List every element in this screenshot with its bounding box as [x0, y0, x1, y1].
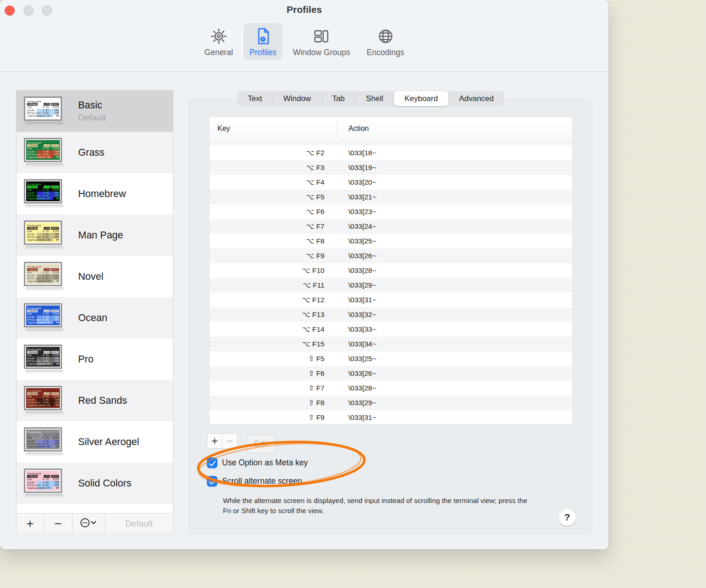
action-cell: \033[19~: [348, 164, 376, 172]
key-bindings-table: Key Action ⌥ F2\033[18~⌥ F3\033[19~⌥ F4\…: [209, 117, 573, 424]
action-cell: \033[25~: [348, 237, 376, 245]
key-binding-row[interactable]: ⌥ F10\033[28~: [210, 263, 572, 278]
help-button[interactable]: ?: [558, 509, 576, 526]
profile-thumbnail: Terminal#COMMAND%CPURPRVTtop4.1%231KXcod…: [24, 469, 66, 498]
scroll-alternate-help-text: While the alternate screen is displayed,…: [223, 496, 535, 515]
key-binding-row[interactable]: ⇧ F9\033[31~: [210, 410, 572, 424]
tab-window[interactable]: Window: [273, 91, 321, 106]
profile-thumbnail: Terminal#COMMAND%CPURPRVTtop4.1%231KXcod…: [24, 262, 66, 291]
key-binding-row[interactable]: ⌥ F8\033[25~: [210, 234, 572, 249]
profile-subtitle: Default: [78, 113, 106, 123]
key-binding-row[interactable]: ⌥ F9\033[26~: [210, 249, 572, 263]
action-cell: \033[26~: [348, 369, 376, 378]
key-binding-row[interactable]: ⇧ F8\033[29~: [210, 396, 572, 410]
profile-thumbnail: Terminal#COMMAND%CPURPRVTtop4.1%231KXcod…: [24, 220, 66, 250]
sidebar-action-bar: + − Default: [17, 513, 173, 534]
key-cell: ⌥ F5: [210, 193, 325, 201]
toolbar-item-window-groups[interactable]: Window Groups: [287, 23, 356, 60]
key-binding-row[interactable]: ⌥ F14\033[33~: [210, 322, 572, 337]
profile-thumbnail: Terminal#COMMAND%CPURPRVTtop4.1%231KXcod…: [24, 303, 66, 333]
tab-text[interactable]: Text: [237, 91, 273, 106]
column-divider: [336, 121, 337, 137]
document-gear-icon: [253, 26, 273, 46]
profile-thumbnail: Terminal#COMMAND%CPURPRVTtop4.1%231KXcod…: [24, 96, 66, 126]
action-cell: \033[20~: [348, 178, 376, 187]
key-binding-row[interactable]: ⇧ F6\033[26~: [210, 366, 572, 381]
toolbar-item-encodings[interactable]: Encodings: [361, 23, 410, 60]
action-cell: \033[23~: [348, 208, 376, 216]
option-scroll-alternate-screen[interactable]: Scroll alternate screen: [207, 476, 302, 486]
globe-icon: [376, 26, 396, 46]
add-profile-button[interactable]: +: [17, 514, 44, 534]
key-binding-row[interactable]: ⌥ F7\033[24~: [210, 219, 572, 234]
remove-profile-button[interactable]: −: [44, 514, 73, 534]
profile-name: Red Sands: [78, 395, 127, 407]
profile-list-item[interactable]: Terminal#COMMAND%CPURPRVTtop4.1%231KXcod…: [17, 173, 173, 215]
profile-name: Novel: [78, 271, 103, 283]
key-binding-row[interactable]: ⌥ F3\033[19~: [210, 160, 572, 175]
profile-list-item[interactable]: Terminal#COMMAND%CPURPRVTtop4.1%231KXcod…: [17, 132, 173, 173]
profile-actions-menu-button[interactable]: [73, 514, 105, 534]
key-binding-row[interactable]: ⇧ F7\033[28~: [210, 381, 572, 396]
action-cell: \033[34~: [348, 340, 376, 348]
key-cell: ⌥ F9: [210, 252, 325, 260]
gear-icon: [209, 26, 229, 46]
tab-tab[interactable]: Tab: [322, 91, 355, 106]
key-binding-row[interactable]: ⌥ F13\033[32~: [210, 307, 572, 322]
edit-key-binding-button[interactable]: Edit: [247, 435, 276, 453]
action-cell: \033[28~: [348, 384, 376, 392]
key-table-body: ⌥ F2\033[18~⌥ F3\033[19~⌥ F4\033[20~⌥ F5…: [210, 146, 572, 424]
key-cell: ⇧ F9: [210, 413, 325, 422]
profile-list-item[interactable]: Terminal#COMMAND%CPURPRVTtop4.1%231KXcod…: [17, 297, 173, 339]
key-cell: ⇧ F7: [210, 384, 325, 392]
toolbar-item-general[interactable]: General: [199, 23, 239, 60]
profile-list: Terminal#COMMAND%CPURPRVTtop4.1%231KXcod…: [17, 90, 173, 504]
key-binding-row[interactable]: ⌥ F12\033[31~: [210, 293, 572, 307]
profile-list-item[interactable]: Terminal#COMMAND%CPURPRVTtop4.1%231KXcod…: [17, 421, 173, 463]
profile-list-item[interactable]: Terminal#COMMAND%CPURPRVTtop4.1%231KXcod…: [17, 463, 173, 504]
tab-shell[interactable]: Shell: [355, 91, 394, 106]
toolbar-label: Encodings: [367, 48, 404, 57]
key-binding-row[interactable]: ⌥ F6\033[23~: [210, 204, 572, 219]
profile-list-item[interactable]: Terminal#COMMAND%CPURPRVTtop4.1%231KXcod…: [17, 215, 173, 256]
key-binding-row[interactable]: ⌥ F11\033[29~: [210, 278, 572, 293]
preferences-window: Profiles General: [0, 0, 609, 549]
checkbox-checked-icon[interactable]: [207, 476, 217, 486]
tab-advanced[interactable]: Advanced: [449, 91, 505, 106]
ellipsis-circle-chevron-icon: [80, 517, 98, 530]
profile-name: Man Page: [78, 230, 123, 241]
action-cell: \033[18~: [348, 149, 376, 157]
checkbox-label: Use Option as Meta key: [222, 458, 308, 468]
action-cell: \033[28~: [348, 266, 376, 275]
key-binding-row[interactable]: ⇧ F5\033[25~: [210, 351, 572, 366]
option-use-option-as-meta[interactable]: Use Option as Meta key: [207, 458, 308, 468]
profile-list-item[interactable]: Terminal#COMMAND%CPURPRVTtop4.1%231KXcod…: [17, 380, 173, 421]
key-binding-row[interactable]: ⌥ F2\033[18~: [210, 146, 572, 160]
toolbar-label: General: [205, 48, 233, 57]
toolbar-item-profiles[interactable]: Profiles: [244, 23, 282, 60]
window-title: Profiles: [0, 4, 609, 15]
action-cell: \033[33~: [348, 325, 376, 334]
profile-name: Grass: [78, 147, 104, 158]
set-default-button[interactable]: Default: [105, 514, 173, 534]
key-binding-row[interactable]: ⌥ F5\033[21~: [210, 190, 572, 204]
key-binding-row[interactable]: ⌥ F4\033[20~: [210, 175, 572, 190]
key-cell: ⌥ F13: [210, 311, 325, 319]
remove-key-binding-button[interactable]: −: [222, 433, 238, 449]
profile-list-item[interactable]: Terminal#COMMAND%CPURPRVTtop4.1%231KXcod…: [17, 339, 173, 380]
key-binding-row[interactable]: ⌥ F15\033[34~: [210, 337, 572, 351]
key-cell: ⇧ F5: [210, 355, 325, 363]
key-cell: ⌥ F8: [210, 237, 325, 245]
tab-keyboard[interactable]: Keyboard: [394, 91, 449, 106]
profile-list-item[interactable]: Terminal#COMMAND%CPURPRVTtop4.1%231KXcod…: [17, 90, 173, 132]
profile-name: Silver Aerogel: [78, 436, 139, 448]
profile-thumbnail: Terminal#COMMAND%CPURPRVTtop4.1%231KXcod…: [24, 345, 66, 374]
profile-name: Basic: [78, 100, 106, 111]
action-cell: \033[25~: [348, 355, 376, 363]
profile-thumbnail: Terminal#COMMAND%CPURPRVTtop4.1%231KXcod…: [24, 179, 66, 209]
add-key-binding-button[interactable]: +: [207, 433, 222, 449]
checkbox-checked-icon[interactable]: [207, 458, 217, 468]
key-cell: ⌥ F15: [210, 340, 325, 348]
profile-list-item[interactable]: Terminal#COMMAND%CPURPRVTtop4.1%231KXcod…: [17, 256, 173, 297]
action-cell: \033[31~: [348, 413, 376, 422]
